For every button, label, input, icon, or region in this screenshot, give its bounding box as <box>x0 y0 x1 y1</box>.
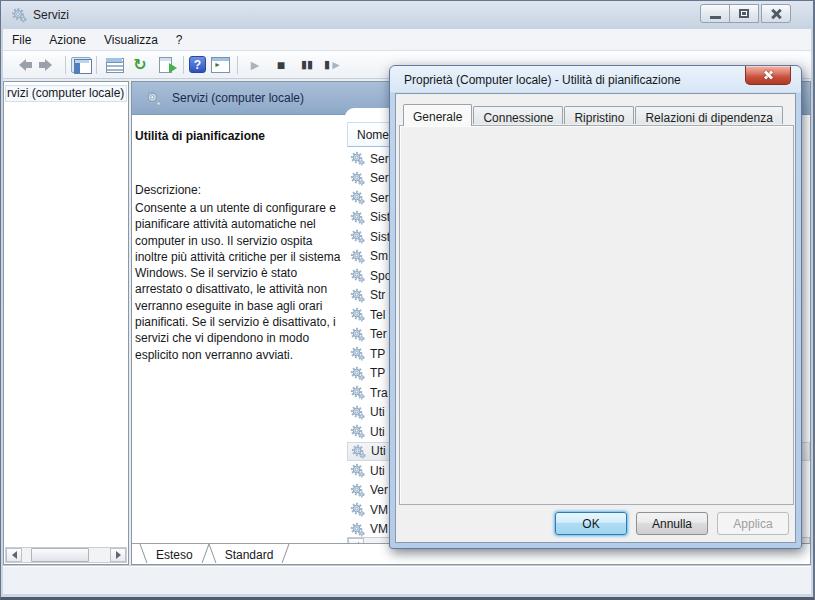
services-app-icon <box>11 7 27 27</box>
service-gear-icon <box>350 502 365 517</box>
service-gear-icon <box>350 249 365 264</box>
service-gear-icon <box>350 327 365 342</box>
service-gear-icon <box>350 307 365 322</box>
minimize-button[interactable] <box>700 4 730 23</box>
menu-visualizza[interactable]: Visualizza <box>95 29 167 51</box>
refresh-icon[interactable] <box>128 54 152 76</box>
scroll-left-icon[interactable] <box>6 548 22 562</box>
service-gear-icon <box>350 424 365 439</box>
minimize-icon <box>710 16 721 19</box>
menu-file[interactable]: File <box>3 29 40 51</box>
export-list-icon[interactable] <box>154 54 178 76</box>
service-name-text: Ver <box>370 483 388 497</box>
toolbar-separator <box>237 56 238 74</box>
show-console-tree-icon[interactable] <box>71 57 91 73</box>
service-gear-icon <box>350 346 365 361</box>
close-icon <box>763 70 773 80</box>
window-title: Servizi <box>33 8 69 22</box>
service-gear-icon <box>350 229 365 244</box>
close-button[interactable] <box>761 4 791 23</box>
service-name-text: Uti <box>370 464 385 478</box>
toolbar-separator <box>65 56 66 74</box>
tree-item-services[interactable]: rvizi (computer locale) <box>5 85 127 102</box>
scrollbar-thumb[interactable] <box>31 548 89 562</box>
restart-service-icon[interactable] <box>321 54 345 76</box>
service-gear-icon <box>350 190 365 205</box>
pause-service-icon[interactable] <box>295 54 319 76</box>
service-gear-icon <box>350 268 365 283</box>
description-label: Descrizione: <box>135 183 201 197</box>
ok-button[interactable]: OK <box>555 512 627 535</box>
status-bar <box>3 565 811 594</box>
general-tab-page <box>399 125 794 505</box>
service-name-text: Sist <box>370 230 390 244</box>
service-name-text: Ser <box>370 152 389 166</box>
service-gear-icon <box>350 483 365 498</box>
tab-relazioni-di-dipendenza[interactable]: Relazioni di dipendenza <box>635 106 782 124</box>
service-name-text: Sist <box>370 210 390 224</box>
dialog-tab-bar: GeneraleConnessioneRipristinoRelazioni d… <box>403 104 784 126</box>
menu-help[interactable]: ? <box>167 29 192 51</box>
window-controls <box>701 4 791 23</box>
service-gear-icon <box>351 444 366 459</box>
service-name-text: TP <box>370 347 385 361</box>
forward-icon[interactable] <box>36 54 60 76</box>
window-titlebar[interactable]: Servizi <box>1 1 813 29</box>
scroll-right-icon[interactable] <box>110 548 126 562</box>
dialog-title[interactable]: Proprietà (Computer locale) - Utilità di… <box>404 73 681 87</box>
console-tree-panel: rvizi (computer locale) <box>3 81 129 565</box>
view-tab-standard[interactable]: Standard <box>209 544 290 564</box>
show-action-pane-icon[interactable] <box>208 54 232 76</box>
service-gear-icon <box>350 366 365 381</box>
dialog-footer-buttons: OKAnnullaApplica <box>555 512 789 535</box>
service-name-text: Str <box>370 288 385 302</box>
properties-icon[interactable] <box>102 54 126 76</box>
scrollbar-track[interactable] <box>22 548 110 562</box>
dialog-close-button[interactable] <box>745 66 791 85</box>
start-service-icon[interactable] <box>243 54 267 76</box>
service-gear-icon <box>11 7 27 23</box>
toolbar-separator <box>183 56 184 74</box>
tab-generale[interactable]: Generale <box>403 104 472 126</box>
service-name-text: Sm <box>370 249 388 263</box>
close-icon <box>770 8 782 20</box>
service-name-text: Uti <box>371 444 386 458</box>
service-gear-icon <box>350 210 365 225</box>
tab-ripristino[interactable]: Ripristino <box>564 106 634 124</box>
maximize-button[interactable] <box>729 4 759 23</box>
service-gear-icon <box>350 405 365 420</box>
service-gear-icon <box>350 463 365 478</box>
tab-connessione[interactable]: Connessione <box>473 106 563 124</box>
service-name-text: Ser <box>370 191 389 205</box>
service-name-text: Ser <box>370 171 389 185</box>
service-gear-icon <box>350 522 365 537</box>
stop-service-icon[interactable] <box>269 54 293 76</box>
service-name-text: Uti <box>370 405 385 419</box>
service-gear-icon <box>144 89 163 108</box>
service-name-text: Ter <box>370 327 387 341</box>
service-description-text: Consente a un utente di configurare e pi… <box>135 200 346 363</box>
services-gear-icon <box>144 89 163 112</box>
service-name-text: Tel <box>370 308 385 322</box>
view-tab-esteso[interactable]: Esteso <box>140 544 209 564</box>
properties-dialog: Proprietà (Computer locale) - Utilità di… <box>389 65 802 549</box>
service-name-text: VM <box>370 503 388 517</box>
service-name-text: TP <box>370 366 385 380</box>
menu-bar: FileAzioneVisualizza? <box>3 29 811 51</box>
back-icon[interactable] <box>10 54 34 76</box>
help-icon[interactable] <box>189 56 206 73</box>
annulla-button[interactable]: Annulla <box>636 512 708 535</box>
menu-azione[interactable]: Azione <box>40 29 95 51</box>
selected-service-title: Utilità di pianificazione <box>135 129 265 143</box>
service-name-text: VM <box>370 522 388 536</box>
applica-button[interactable]: Applica <box>717 512 789 535</box>
service-name-text: Tra <box>370 386 388 400</box>
service-gear-icon <box>350 385 365 400</box>
service-gear-icon <box>350 151 365 166</box>
maximize-icon <box>739 9 749 18</box>
tree-horizontal-scrollbar[interactable] <box>5 547 127 563</box>
service-gear-icon <box>350 171 365 186</box>
services-header-title: Servizi (computer locale) <box>172 91 304 105</box>
toolbar-separator <box>96 56 97 74</box>
service-gear-icon <box>350 288 365 303</box>
